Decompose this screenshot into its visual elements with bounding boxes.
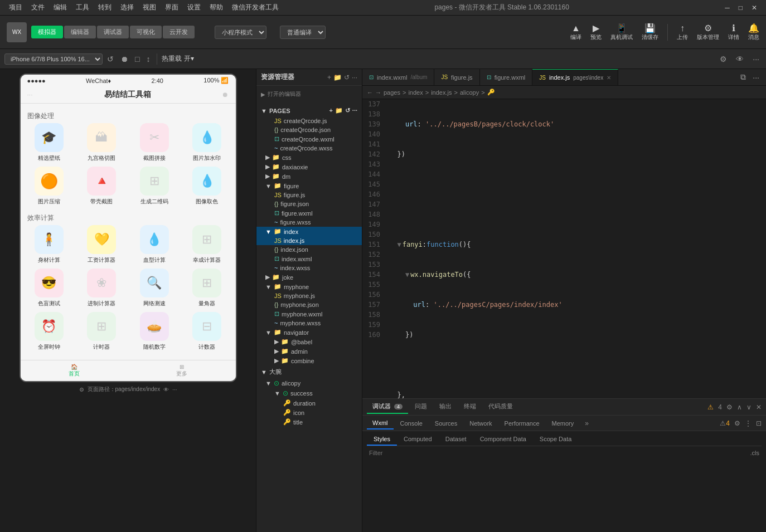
version-toolbar-item[interactable]: ⚙ 版本管理 (697, 23, 719, 41)
debugger-button[interactable]: 调试器 (97, 26, 129, 38)
visualize-button[interactable]: 可视化 (130, 26, 162, 38)
menu-item-select[interactable]: 选择 (116, 3, 138, 12)
file-myphone-wxml[interactable]: ⊡ myphone.wxml (256, 309, 362, 319)
split-editor-button[interactable]: ⧉ (738, 71, 748, 83)
cls-label[interactable]: .cls (750, 450, 760, 456)
icon-compress[interactable]: 🟠 图片压缩 (25, 167, 74, 206)
debug-tab-debugger[interactable]: 调试器 4 (367, 400, 408, 414)
devtools-tab-memory[interactable]: Memory (546, 418, 580, 429)
bc-alicopy[interactable]: alicopy (460, 89, 479, 96)
debug-tab-problems[interactable]: 问题 (409, 400, 433, 414)
more-icon-sim[interactable]: ··· (172, 387, 177, 393)
calc-section-grid3[interactable]: ⏰ 全屏时钟 ⊞ 计时器 🥧 随机数字 ⊟ 计数器 (25, 312, 231, 351)
tab-index-wxml[interactable]: ⊡ index.wxml /album (362, 69, 434, 86)
eye-icon-btn[interactable]: 👁 (734, 53, 746, 65)
icon-bmi[interactable]: 🧍 身材计算 (25, 225, 74, 264)
icon-network[interactable]: 🔍 网络测速 (130, 269, 179, 308)
key-icon-item[interactable]: 🔑 icon (256, 408, 362, 417)
window-maximize[interactable]: □ (734, 4, 747, 12)
styles-tab-scope[interactable]: Scope Data (533, 433, 578, 446)
folder-myphone[interactable]: ▼ 📁 myphone (256, 282, 362, 291)
file-createqrcode-wxml[interactable]: ⊡ createQrcode.wxml (256, 134, 362, 144)
icon-fullscreen-clock[interactable]: ⏰ 全屏时钟 (25, 312, 74, 351)
phone-tab-more[interactable]: ⊞ 更多 (176, 364, 187, 378)
file-figure-wxss[interactable]: ~ figure.wxss (256, 218, 362, 227)
tab-figure-js[interactable]: JS figure.js (434, 69, 479, 86)
styles-tab-dataset[interactable]: Dataset (439, 433, 473, 446)
folder-css[interactable]: ▶ 📁 css (256, 153, 362, 162)
devtools-more-icon[interactable]: » (580, 419, 593, 427)
folder-joke[interactable]: ▶ 📁 joke (256, 272, 362, 282)
devtools-tab-console[interactable]: Console (395, 418, 428, 429)
new-file-icon[interactable]: + (327, 74, 331, 81)
styles-tab-computed[interactable]: Computed (397, 433, 439, 446)
icon-color-pick[interactable]: 💧 图像取色 (183, 167, 231, 206)
file-figure-wxml[interactable]: ⊡ figure.wxml (256, 208, 362, 218)
message-toolbar-item[interactable]: 🔔 消息 (748, 23, 759, 41)
bc-indexjs[interactable]: index.js (431, 89, 452, 96)
icon-counter[interactable]: ⊟ 计数器 (183, 312, 231, 351)
icon-fortune[interactable]: ⊞ 幸成计算器 (183, 225, 231, 264)
folder-daxiaoxie[interactable]: ▶ 📁 daxiaoxie (256, 162, 362, 172)
icon-grid-cut[interactable]: 🏔 九宫格切图 (77, 123, 126, 162)
icon-wallpaper[interactable]: 🎓 精选壁纸 (25, 123, 74, 162)
icon-colorblind[interactable]: 😎 色盲测试 (25, 269, 74, 308)
menu-item-devtools[interactable]: 微信开发者工具 (227, 3, 283, 12)
icon-blood[interactable]: 💧 血型计算 (130, 225, 179, 264)
upload-toolbar-item[interactable]: ↑ 上传 (677, 23, 688, 41)
styles-tab-component[interactable]: Component Data (473, 433, 533, 446)
tab-index-js[interactable]: JS index.js pages\index ✕ (532, 69, 618, 86)
new-folder-icon[interactable]: 📁 (333, 74, 342, 81)
phone-tab-home[interactable]: 🏠 首页 (69, 364, 80, 378)
menu-item-view[interactable]: 视图 (138, 3, 161, 12)
code-content[interactable]: url: '../../pagesB/pages/clock/clock' })… (385, 99, 766, 398)
icon-watermark[interactable]: 💧 图片加水印 (183, 123, 231, 162)
bc-nav-back[interactable]: ← (367, 89, 373, 96)
image-section-grid[interactable]: 🎓 精选壁纸 🏔 九宫格切图 ✂ 截图拼接 💧 图片加水印 (25, 123, 231, 162)
icon-random[interactable]: 🥧 随机数字 (130, 312, 179, 351)
settings-icon[interactable]: ⚙ (79, 387, 84, 393)
folder-success[interactable]: ▼ ⊙ success (256, 388, 362, 398)
nav-dots[interactable]: ··· (27, 91, 33, 99)
pages-add-icon[interactable]: + (329, 107, 332, 114)
devtools-tab-wxml[interactable]: Wxml (367, 417, 394, 429)
chevron-up-icon[interactable]: ∧ (737, 403, 742, 411)
file-index-js[interactable]: JS index.js (256, 236, 362, 245)
simulator-button[interactable]: 模拟器 (31, 26, 63, 38)
file-myphone-json[interactable]: {} myphone.json (256, 300, 362, 309)
bc-index[interactable]: index (408, 89, 423, 96)
tab-close-icon[interactable]: ✕ (607, 75, 611, 81)
icon-salary[interactable]: 💛 工资计算器 (77, 225, 126, 264)
file-myphone-js[interactable]: JS myphone.js (256, 291, 362, 300)
calc-section-grid2[interactable]: 😎 色盲测试 ❀ 进制计算器 🔍 网络测速 ⊞ 量角器 (25, 269, 231, 308)
file-index-wxss[interactable]: ~ index.wxss (256, 263, 362, 272)
file-myphone-wxss[interactable]: ~ myphone.wxss (256, 319, 362, 328)
compile-select[interactable]: 普通编译 (280, 26, 326, 39)
debug-tab-quality[interactable]: 代码质量 (483, 400, 518, 414)
pages-folder-icon[interactable]: 📁 (335, 107, 343, 114)
debug-tab-output[interactable]: 输出 (434, 400, 457, 414)
pages-more-icon[interactable]: ··· (352, 107, 357, 114)
pages-refresh-icon[interactable]: ↺ (345, 107, 350, 114)
eye-icon-sim[interactable]: 👁 (163, 387, 169, 393)
warning-indicator[interactable]: ⚠4 (720, 419, 730, 427)
tab-figure-wxml[interactable]: ⊡ figure.wxml (480, 69, 533, 86)
folder-figure[interactable]: ▼ 📁 figure (256, 181, 362, 191)
reset-button[interactable]: ↺ (105, 53, 116, 65)
file-createqrcode-json[interactable]: {} createQrcode.json (256, 125, 362, 134)
menu-item-file[interactable]: 文件 (27, 3, 49, 12)
folder-alicopy[interactable]: ▼ ⊙ alicopy (256, 378, 362, 388)
clear-cache-toolbar-item[interactable]: 💾 清缓存 (642, 23, 658, 41)
settings-icon-btn[interactable]: ⚙ (717, 53, 729, 65)
refresh-icon[interactable]: ↺ (344, 74, 350, 81)
icon-shell[interactable]: 🔺 带壳截图 (77, 167, 126, 206)
nav-record[interactable]: ⏺ (222, 91, 229, 99)
record-button[interactable]: ⏺ (118, 53, 130, 65)
chevron-down-icon[interactable]: ∨ (746, 403, 752, 411)
folder-babel[interactable]: ▶ 📁 @babel (256, 337, 362, 346)
folder-admin[interactable]: ▶ 📁 admin (256, 346, 362, 356)
editor-button[interactable]: 编辑器 (64, 26, 96, 38)
more-icon-btn[interactable]: ··· (750, 53, 762, 65)
pages-header[interactable]: ▼ PAGES + 📁 ↺ ··· (256, 105, 362, 116)
compile-toolbar-item[interactable]: ▲ 编译 (570, 23, 581, 41)
